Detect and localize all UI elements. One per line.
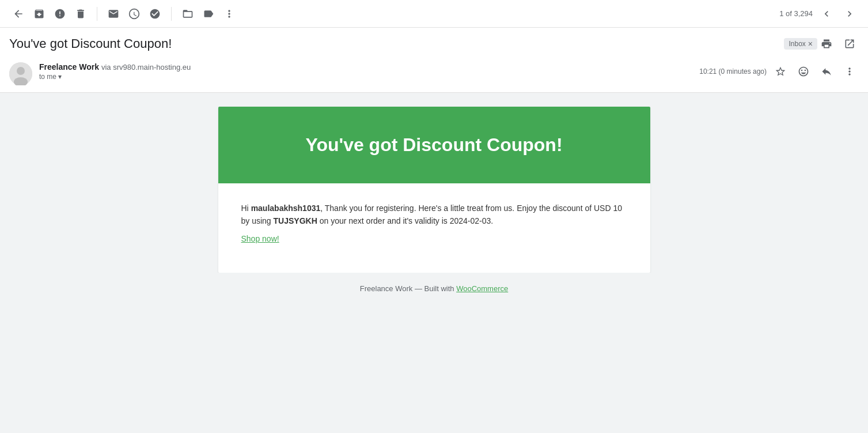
email-body-wrap: You've got Discount Coupon! Hi maulabakh…	[0, 93, 868, 433]
sender-name: Freelance Work	[39, 62, 99, 71]
username-text: maulabakhsh1031	[251, 204, 321, 213]
sender-domain-link[interactable]: srv980.main-hosting.eu	[113, 63, 191, 71]
email-header: You've got Discount Coupon! Inbox ×	[0, 28, 868, 58]
more-options-button[interactable]	[840, 62, 859, 81]
reply-button[interactable]	[817, 62, 836, 81]
greeting-text: Hi	[241, 204, 249, 213]
email-subject: You've got Discount Coupon!	[9, 36, 777, 51]
emoji-button[interactable]	[794, 62, 813, 81]
email-greeting-paragraph: Hi maulabakhsh1031, Thank you for regist…	[241, 202, 627, 228]
to-me-text: to me	[39, 73, 56, 81]
woocommerce-link[interactable]: WooCommerce	[456, 284, 508, 293]
label-button[interactable]	[199, 5, 218, 23]
avatar	[9, 62, 32, 85]
sender-via-text: via	[101, 63, 113, 71]
star-button[interactable]	[771, 62, 790, 81]
email-main-heading: You've got Discount Coupon!	[237, 134, 632, 156]
sender-row-right: 10:21 (0 minutes ago)	[699, 62, 859, 81]
spam-button[interactable]	[51, 5, 69, 23]
inbox-badge-close[interactable]: ×	[808, 39, 813, 48]
more-actions-button[interactable]	[220, 5, 238, 23]
task-button[interactable]	[146, 5, 164, 23]
toolbar-left-icons	[9, 5, 779, 23]
move-to-button[interactable]	[179, 5, 197, 23]
sender-row: Freelance Work via srv980.main-hosting.e…	[0, 58, 868, 93]
chevron-down-icon: ▾	[58, 73, 62, 81]
sender-info: Freelance Work via srv980.main-hosting.e…	[39, 62, 699, 81]
toolbar-divider-2	[171, 7, 172, 21]
open-new-window-button[interactable]	[840, 35, 859, 53]
email-footer: Freelance Work — Built with WooCommerce	[9, 273, 859, 304]
to-me-line[interactable]: to me ▾	[39, 73, 699, 81]
email-green-header: You've got Discount Coupon!	[218, 107, 650, 183]
archive-button[interactable]	[30, 5, 48, 23]
snooze-button[interactable]	[125, 5, 143, 23]
email-content-card: You've got Discount Coupon! Hi maulabakh…	[218, 107, 650, 273]
mark-unread-button[interactable]	[104, 5, 123, 23]
svg-point-1	[17, 67, 25, 75]
top-toolbar: 1 of 3,294	[0, 0, 868, 28]
shop-now-paragraph: Shop now!	[241, 232, 627, 245]
coupon-code: TUJSYGKH	[274, 216, 317, 225]
toolbar-divider	[97, 7, 97, 21]
shop-now-link[interactable]: Shop now!	[241, 234, 279, 243]
sender-name-line: Freelance Work via srv980.main-hosting.e…	[39, 62, 699, 71]
prev-email-button[interactable]	[817, 5, 836, 23]
body-text-2: on your next order and it's validity is …	[320, 216, 494, 225]
inbox-badge-label: Inbox	[789, 40, 805, 48]
email-header-actions	[817, 35, 859, 53]
inbox-badge: Inbox ×	[784, 38, 817, 50]
email-timestamp: 10:21 (0 minutes ago)	[699, 67, 767, 76]
next-email-button[interactable]	[840, 5, 859, 23]
back-button[interactable]	[9, 5, 28, 23]
delete-button[interactable]	[71, 5, 90, 23]
nav-count: 1 of 3,294	[779, 9, 813, 18]
toolbar-right-section: 1 of 3,294	[779, 5, 859, 23]
print-button[interactable]	[817, 35, 836, 53]
email-body-text-area: Hi maulabakhsh1031, Thank you for regist…	[218, 183, 650, 273]
footer-text: Freelance Work — Built with	[360, 284, 454, 293]
